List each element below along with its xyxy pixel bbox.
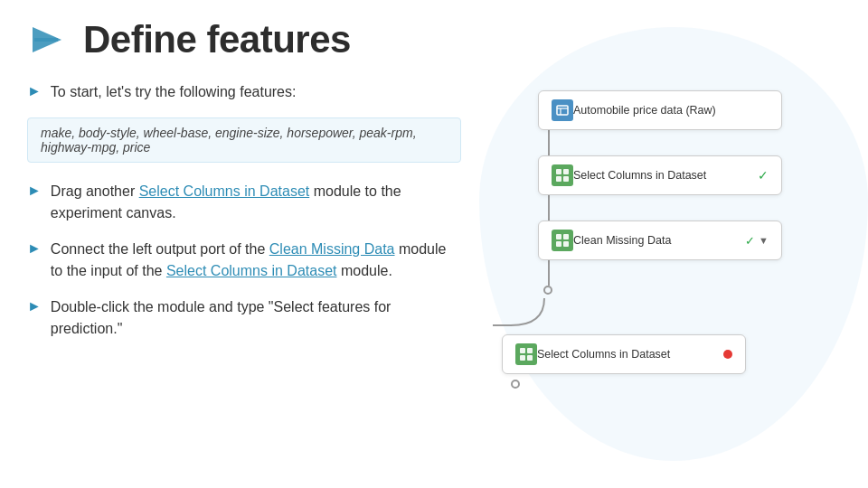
module-automobile: Automobile price data (Raw) xyxy=(538,90,782,130)
connector-group xyxy=(548,260,827,286)
bullet-item-1: ► To start, let's try the following feat… xyxy=(27,81,461,103)
connector-2 xyxy=(548,195,550,221)
module-clean-missing: Clean Missing Data ✓ ▼ xyxy=(538,221,782,260)
svg-rect-14 xyxy=(527,348,533,353)
module-label-2: Select Columns in Dataset xyxy=(573,169,706,182)
diagram: Automobile price data (Raw) Select Colum… xyxy=(502,90,827,389)
svg-rect-8 xyxy=(563,176,569,182)
curve-connector xyxy=(502,298,827,334)
bullet-arrow-2: ► xyxy=(27,183,42,199)
transform-icon-3 xyxy=(515,343,537,365)
module-label-1: Automobile price data (Raw) xyxy=(573,104,716,117)
transform-icon-1 xyxy=(552,164,573,186)
svg-rect-12 xyxy=(563,241,569,247)
bottom-port-dot xyxy=(511,380,520,389)
bullet-text-2: Drag another Select Columns in Dataset m… xyxy=(51,181,461,224)
check-dropdown-3: ✓ ▼ xyxy=(745,234,769,248)
bullet-item-4: ► Double-click the module and type "Sele… xyxy=(27,296,461,340)
svg-rect-6 xyxy=(563,169,569,174)
connector-1 xyxy=(548,130,550,155)
module-select-columns-2: Select Columns in Dataset xyxy=(502,334,746,374)
connector-3 xyxy=(548,260,550,286)
bullet-arrow-3: ► xyxy=(27,240,42,257)
transform-icon-2 xyxy=(552,230,573,251)
svg-rect-16 xyxy=(527,355,533,361)
clean-missing-link[interactable]: Clean Missing Data xyxy=(269,241,395,257)
svg-rect-15 xyxy=(520,355,525,361)
left-column: ► To start, let's try the following feat… xyxy=(27,81,461,470)
page: Define features ► To start, let's try th… xyxy=(0,0,868,488)
bullet-item-3: ► Connect the left output port of the Cl… xyxy=(27,239,461,282)
dropdown-arrow-3: ▼ xyxy=(759,235,769,246)
check-icon-2: ✓ xyxy=(745,234,755,248)
module-label-4: Select Columns in Dataset xyxy=(537,348,670,361)
select-columns-link-1[interactable]: Select Columns in Dataset xyxy=(139,183,310,199)
content: ► To start, let's try the following feat… xyxy=(27,81,841,470)
bullet-arrow-4: ► xyxy=(27,298,42,314)
arrow-icon xyxy=(27,18,71,61)
module-label-3: Clean Missing Data xyxy=(573,234,671,247)
svg-rect-9 xyxy=(556,234,561,239)
features-text: make, body-style, wheel-base, engine-siz… xyxy=(41,126,417,155)
right-column: Automobile price data (Raw) Select Colum… xyxy=(488,81,841,470)
svg-rect-7 xyxy=(556,176,561,182)
svg-rect-10 xyxy=(563,234,569,239)
bullet-text-4: Double-click the module and type "Select… xyxy=(51,296,461,340)
bullet-item-2: ► Drag another Select Columns in Dataset… xyxy=(27,181,461,224)
red-dot-icon xyxy=(723,350,732,359)
svg-rect-2 xyxy=(557,106,568,115)
dataset-icon-1 xyxy=(552,99,573,121)
bullet-arrow-1: ► xyxy=(27,83,42,99)
port-dot xyxy=(543,286,552,295)
bullet-text-1: To start, let's try the following featur… xyxy=(51,81,297,103)
features-box: make, body-style, wheel-base, engine-siz… xyxy=(27,117,461,163)
module-select-columns-1: Select Columns in Dataset ✓ xyxy=(538,155,782,195)
check-icon-1: ✓ xyxy=(758,168,769,183)
svg-rect-13 xyxy=(520,348,525,353)
select-columns-link-2[interactable]: Select Columns in Dataset xyxy=(166,263,337,278)
svg-rect-5 xyxy=(556,169,561,174)
page-title: Define features xyxy=(83,18,351,61)
svg-rect-11 xyxy=(556,241,561,247)
bullet-text-3: Connect the left output port of the Clea… xyxy=(51,239,461,282)
bullet1-text: To start, let's try the following featur… xyxy=(51,84,297,99)
